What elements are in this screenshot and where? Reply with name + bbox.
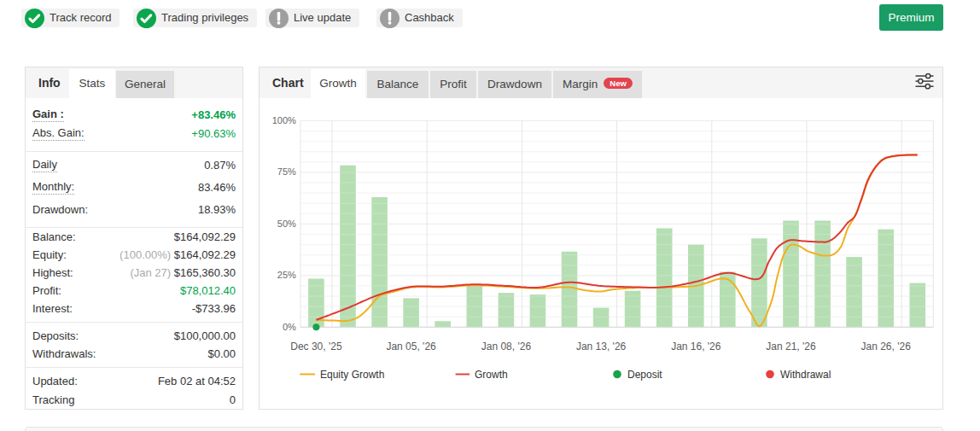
svg-text:Jan 26, '26: Jan 26, '26 [861,341,912,352]
svg-text:75%: 75% [277,166,296,177]
svg-text:Jan 05, '26: Jan 05, '26 [386,341,436,352]
svg-text:Dec 30, '25: Dec 30, '25 [290,341,342,352]
svg-text:Jan 08, '26: Jan 08, '26 [481,341,532,352]
svg-text:0%: 0% [283,322,296,332]
svg-text:Jan 13, '26: Jan 13, '26 [576,341,627,352]
svg-text:100%: 100% [272,115,296,125]
svg-text:Jan 21, '26: Jan 21, '26 [766,341,816,352]
svg-text:Deposit: Deposit [627,369,662,381]
svg-text:50%: 50% [277,218,296,229]
svg-text:Growth: Growth [475,369,508,381]
svg-text:Withdrawal: Withdrawal [780,369,831,381]
svg-text:Equity Growth: Equity Growth [320,369,384,381]
svg-text:25%: 25% [277,270,296,280]
svg-text:Jan 16, '26: Jan 16, '26 [671,341,721,352]
